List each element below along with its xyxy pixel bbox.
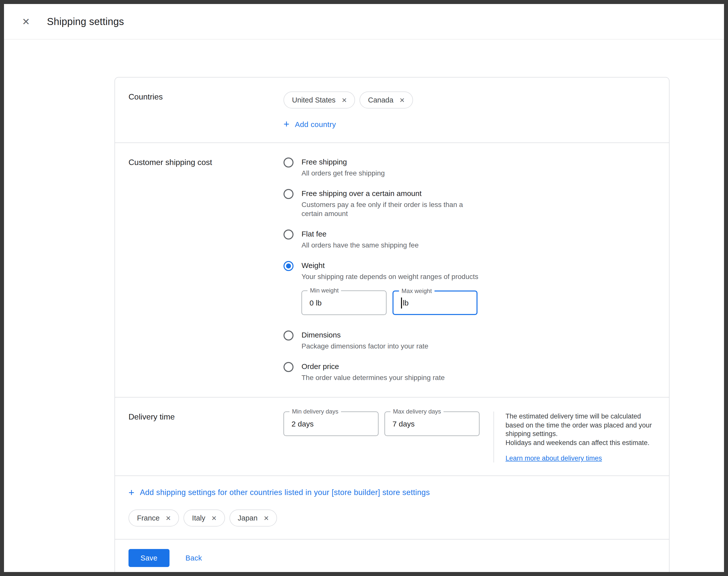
delivery-note-column: The estimated delivery time will be calc… — [505, 411, 656, 462]
option-description: Package dimensions factor into your rate — [301, 342, 428, 350]
delivery-note: The estimated delivery time will be calc… — [505, 412, 656, 447]
country-chip-united-states[interactable]: United States ✕ — [284, 91, 355, 109]
option-title: Order price — [301, 362, 445, 372]
option-title: Free shipping over a certain amount — [301, 189, 466, 199]
text-cursor — [401, 297, 402, 308]
shipping-cost-section: Customer shipping cost Free shipping All… — [115, 143, 669, 397]
max-delivery-days-value: 7 days — [392, 420, 414, 428]
option-flat-fee[interactable]: Flat fee All orders have the same shippi… — [284, 229, 656, 250]
countries-content: United States ✕ Canada ✕ + Add countr — [284, 91, 656, 129]
max-weight-field-value: lb — [403, 298, 408, 307]
delivery-fields: Min delivery days 2 days Max delivery da… — [284, 411, 479, 462]
countries-section: Countries United States ✕ Canada ✕ — [115, 78, 669, 143]
scale-wrapper: ✕ Shipping settings Countries United Sta… — [0, 0, 728, 576]
option-description: Customers pay a fee only if their order … — [301, 200, 466, 218]
close-icon: ✕ — [263, 515, 269, 521]
other-countries-section: + Add shipping settings for other countr… — [115, 476, 669, 539]
add-other-countries-button[interactable]: + Add shipping settings for other countr… — [128, 488, 430, 497]
radio-selected-icon[interactable] — [284, 261, 293, 271]
remove-country-button[interactable]: ✕ — [262, 514, 270, 522]
option-weight[interactable]: Weight Your shipping rate depends on wei… — [284, 260, 656, 319]
shipping-cost-options: Free shipping All orders get free shippi… — [284, 157, 656, 384]
close-icon: ✕ — [22, 17, 30, 26]
country-chip-france[interactable]: France ✕ — [128, 510, 179, 526]
option-description: Your shipping rate depends on weight ran… — [301, 272, 478, 281]
plus-icon: + — [128, 488, 134, 497]
max-delivery-days-field[interactable]: Max delivery days 7 days — [384, 411, 479, 436]
option-title: Weight — [301, 260, 478, 270]
delivery-time-label: Delivery time — [128, 411, 284, 462]
close-button[interactable]: ✕ — [20, 15, 32, 28]
option-description: All orders have the same shipping fee — [301, 240, 419, 250]
shipping-cost-label: Customer shipping cost — [128, 157, 284, 384]
option-free-shipping[interactable]: Free shipping All orders get free shippi… — [284, 157, 656, 177]
max-delivery-days-label: Max delivery days — [390, 408, 443, 415]
close-icon: ✕ — [211, 515, 217, 521]
radio-icon[interactable] — [284, 362, 293, 372]
option-dimensions[interactable]: Dimensions Package dimensions factor int… — [284, 330, 656, 350]
dialog-header: ✕ Shipping settings — [4, 4, 724, 39]
remove-country-button[interactable]: ✕ — [165, 514, 172, 522]
other-country-chip-row: France ✕ Italy ✕ Japan ✕ — [128, 510, 656, 526]
option-title: Flat fee — [301, 229, 419, 239]
add-country-label: Add country — [295, 120, 336, 128]
delivery-time-content: Min delivery days 2 days Max delivery da… — [284, 411, 656, 462]
back-button[interactable]: Back — [181, 554, 206, 562]
countries-label: Countries — [128, 91, 284, 129]
min-delivery-days-label: Min delivery days — [290, 408, 341, 415]
close-icon: ✕ — [166, 515, 171, 521]
min-weight-field-value: 0 lb — [310, 298, 321, 307]
chip-label: Canada — [368, 96, 394, 104]
radio-icon[interactable] — [284, 230, 293, 239]
card-footer: Save Back — [115, 540, 669, 576]
country-chip-row: United States ✕ Canada ✕ — [284, 91, 656, 109]
option-title: Free shipping — [301, 157, 385, 167]
min-weight-field-label: Min weight — [308, 288, 341, 294]
delivery-time-section: Delivery time Min delivery days 2 days M… — [115, 398, 669, 476]
remove-country-button[interactable]: ✕ — [210, 514, 218, 522]
weight-fields: Min weight 0 lb Max weight lb — [301, 290, 478, 315]
radio-icon[interactable] — [284, 157, 293, 168]
add-other-countries-label: Add shipping settings for other countrie… — [140, 488, 430, 497]
option-description: The order value determines your shipping… — [301, 373, 445, 382]
page-title: Shipping settings — [47, 16, 124, 27]
remove-country-button[interactable]: ✕ — [341, 96, 348, 104]
country-chip-italy[interactable]: Italy ✕ — [183, 510, 225, 526]
min-delivery-days-value: 2 days — [291, 420, 314, 428]
radio-icon[interactable] — [284, 189, 293, 199]
plus-icon: + — [284, 119, 289, 129]
learn-more-link[interactable]: Learn more about delivery times — [505, 455, 602, 462]
chip-label: United States — [292, 96, 336, 104]
close-icon: ✕ — [400, 97, 405, 103]
screenshot-frame: ✕ Shipping settings Countries United Sta… — [0, 0, 728, 576]
chip-label: France — [137, 514, 159, 522]
chip-label: Japan — [238, 514, 258, 522]
save-button[interactable]: Save — [128, 549, 170, 567]
chip-label: Italy — [192, 514, 205, 522]
min-weight-field[interactable]: Min weight 0 lb — [301, 290, 386, 315]
remove-country-button[interactable]: ✕ — [399, 96, 406, 104]
vertical-divider — [494, 411, 494, 462]
country-chip-japan[interactable]: Japan ✕ — [229, 510, 277, 526]
country-chip-canada[interactable]: Canada ✕ — [359, 91, 413, 109]
option-title: Dimensions — [301, 330, 428, 340]
max-weight-field[interactable]: Max weight lb — [392, 290, 477, 315]
settings-card: Countries United States ✕ Canada ✕ — [115, 77, 670, 576]
max-weight-field-label: Max weight — [399, 288, 434, 294]
add-country-button[interactable]: + Add country — [284, 119, 336, 129]
option-order-price[interactable]: Order price The order value determines y… — [284, 362, 656, 382]
radio-icon[interactable] — [284, 330, 293, 341]
min-delivery-days-field[interactable]: Min delivery days 2 days — [284, 411, 379, 436]
close-icon: ✕ — [342, 97, 347, 103]
option-description: All orders get free shipping — [301, 169, 385, 177]
option-free-over-amount[interactable]: Free shipping over a certain amount Cust… — [284, 189, 656, 218]
